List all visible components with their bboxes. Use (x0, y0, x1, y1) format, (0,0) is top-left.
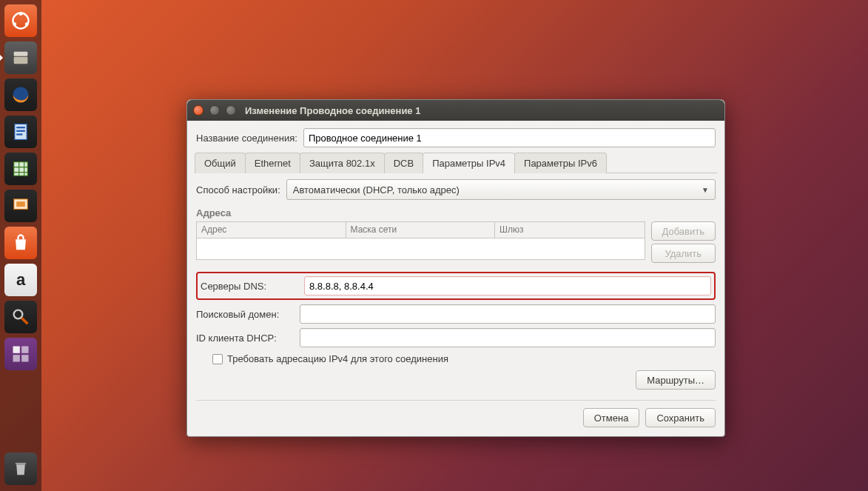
shopping-bag-icon (10, 233, 31, 253)
window-title: Изменение Проводное соединение 1 (245, 105, 420, 116)
dns-input[interactable] (304, 276, 711, 295)
tab-8021x[interactable]: Защита 802.1x (300, 153, 385, 173)
chevron-down-icon: ▼ (702, 186, 709, 194)
tab-ethernet[interactable]: Ethernet (245, 153, 300, 173)
svg-rect-11 (14, 162, 28, 176)
unity-launcher: a (0, 0, 41, 491)
titlebar[interactable]: Изменение Проводное соединение 1 (187, 100, 724, 121)
launcher-firefox[interactable] (4, 79, 37, 111)
launcher-amazon[interactable]: a (4, 264, 37, 296)
svg-point-2 (13, 22, 17, 26)
svg-rect-15 (13, 347, 20, 353)
tab-general[interactable]: Общий (195, 153, 246, 173)
launcher-software[interactable] (4, 227, 37, 259)
routes-button[interactable]: Маршруты… (636, 370, 716, 390)
require-ipv4-label: Требовать адресацию IPv4 для этого соеди… (227, 353, 448, 364)
trash-icon (10, 458, 31, 479)
launcher-settings[interactable] (4, 301, 37, 333)
search-domain-input[interactable] (300, 304, 716, 324)
svg-rect-19 (16, 463, 26, 464)
svg-rect-10 (16, 133, 22, 135)
col-address: Адрес (197, 222, 346, 238)
launcher-writer[interactable] (4, 116, 37, 148)
firefox-icon (10, 84, 31, 105)
calc-icon (10, 158, 31, 179)
svg-rect-8 (16, 127, 25, 128)
dhcp-client-label: ID клиента DHCP: (196, 333, 294, 344)
impress-icon (10, 196, 31, 216)
ubuntu-icon (10, 10, 31, 31)
svg-rect-18 (21, 355, 28, 361)
gear-wrench-icon (10, 307, 31, 327)
writer-icon (10, 121, 31, 142)
launcher-calc[interactable] (4, 153, 37, 185)
workspace-icon (10, 344, 31, 364)
svg-rect-17 (13, 355, 20, 361)
svg-rect-9 (16, 130, 25, 132)
dns-row-highlight: Серверы DNS: (196, 272, 716, 300)
launcher-files[interactable] (4, 41, 37, 74)
launcher-dash[interactable] (4, 4, 37, 37)
connection-name-input[interactable] (303, 128, 716, 147)
svg-rect-4 (14, 52, 28, 56)
delete-address-button[interactable]: Удалить (651, 244, 716, 263)
svg-point-1 (19, 12, 23, 16)
addresses-table[interactable]: Адрес Маска сети Шлюз (196, 221, 645, 260)
close-icon[interactable] (193, 105, 203, 116)
method-label: Способ настройки: (196, 184, 280, 196)
col-gateway: Шлюз (495, 222, 645, 238)
svg-rect-16 (21, 347, 28, 353)
tab-ipv6[interactable]: Параметры IPv6 (514, 153, 607, 173)
dns-label: Серверы DNS: (201, 281, 298, 292)
search-domain-label: Поисковый домен: (196, 309, 294, 320)
tab-dcb[interactable]: DCB (384, 153, 423, 173)
dhcp-client-input[interactable] (300, 328, 716, 347)
launcher-trash[interactable] (4, 452, 37, 485)
col-netmask: Маска сети (346, 222, 496, 238)
amazon-icon: a (16, 270, 25, 290)
svg-point-14 (14, 310, 23, 319)
maximize-icon[interactable] (226, 105, 236, 116)
svg-rect-5 (14, 57, 28, 64)
network-edit-dialog: Изменение Проводное соединение 1 Названи… (186, 99, 725, 437)
svg-rect-13 (16, 201, 25, 207)
add-address-button[interactable]: Добавить (651, 221, 716, 241)
files-icon (10, 47, 31, 68)
launcher-workspace[interactable] (4, 338, 37, 370)
addresses-label: Адреса (196, 207, 716, 218)
tab-ipv4[interactable]: Параметры IPv4 (423, 153, 515, 173)
cancel-button[interactable]: Отмена (583, 408, 640, 427)
connection-name-label: Название соединения: (196, 133, 297, 144)
require-ipv4-checkbox[interactable] (212, 354, 223, 364)
method-combo[interactable]: Автоматически (DHCP, только адрес) ▼ (286, 179, 716, 200)
addresses-body[interactable] (197, 238, 645, 259)
minimize-icon[interactable] (209, 105, 220, 116)
tabs: Общий Ethernet Защита 802.1x DCB Парамет… (195, 152, 717, 173)
svg-point-3 (25, 22, 29, 26)
save-button[interactable]: Сохранить (645, 408, 716, 427)
addresses-header: Адрес Маска сети Шлюз (197, 222, 645, 238)
method-value: Автоматически (DHCP, только адрес) (293, 184, 460, 196)
launcher-impress[interactable] (4, 190, 37, 222)
